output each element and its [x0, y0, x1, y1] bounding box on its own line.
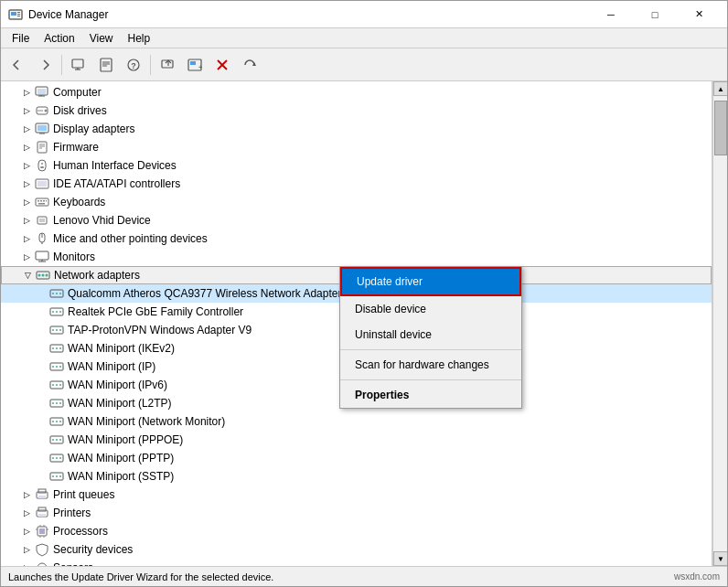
tree-item-firmware[interactable]: ▷ Firmware	[1, 138, 712, 156]
update-driver-toolbar-button[interactable]	[155, 52, 180, 78]
expand-arrow-monitors[interactable]: ▷	[19, 250, 34, 264]
wan-pppoe-icon	[48, 432, 65, 448]
svg-point-94	[59, 439, 61, 441]
ctx-uninstall-device[interactable]: Uninstall device	[340, 322, 521, 347]
show-hidden-button[interactable]	[66, 52, 91, 78]
scroll-track[interactable]	[713, 96, 727, 551]
svg-point-62	[59, 293, 61, 294]
scroll-thumb[interactable]	[714, 101, 727, 155]
scroll-up-button[interactable]: ▲	[713, 81, 727, 96]
svg-point-37	[41, 163, 43, 165]
expand-arrow-printers[interactable]: ▷	[19, 506, 34, 520]
svg-rect-3	[17, 14, 20, 15]
expand-arrow-lenovo[interactable]: ▷	[19, 213, 34, 228]
ide-icon	[34, 176, 50, 192]
wan-ikev2-label: WAN Miniport (IKEv2)	[68, 342, 175, 355]
menu-file[interactable]: File	[5, 30, 37, 47]
svg-rect-30	[37, 125, 47, 131]
expand-arrow-computer[interactable]: ▷	[19, 85, 34, 100]
help-button[interactable]: ?	[121, 52, 146, 78]
network-adapters-label: Network adapters	[54, 269, 140, 282]
svg-point-86	[59, 402, 61, 404]
svg-rect-105	[38, 496, 46, 498]
tree-item-display-adapters[interactable]: ▷ Display adapters	[1, 120, 712, 138]
tree-item-ide[interactable]: ▷ IDE ATA/ATAPI controllers	[1, 175, 712, 193]
disk-drives-icon	[34, 102, 50, 119]
security-label: Security devices	[53, 543, 133, 556]
maximize-button[interactable]: □	[634, 1, 676, 28]
wan-l2tp-icon	[48, 395, 65, 411]
scan-button[interactable]	[237, 52, 262, 78]
svg-rect-45	[46, 200, 47, 202]
svg-text:?: ?	[131, 61, 136, 70]
tree-item-wan-pptp[interactable]: ▷ WAN Miniport (PPTP)	[1, 449, 712, 467]
ctx-scan-hardware[interactable]: Scan for hardware changes	[340, 352, 521, 378]
expand-arrow-processors[interactable]: ▷	[19, 524, 34, 539]
ctx-update-driver-label: Update driver	[357, 275, 423, 288]
ctx-disable-device[interactable]: Disable device	[340, 296, 521, 322]
expand-arrow-display[interactable]: ▷	[19, 122, 34, 136]
expand-arrow-network[interactable]: ▽	[20, 268, 35, 283]
expand-arrow-firmware[interactable]: ▷	[19, 140, 34, 155]
expand-arrow-security[interactable]: ▷	[19, 542, 34, 557]
tap-icon	[48, 322, 65, 338]
menu-action[interactable]: Action	[37, 30, 81, 47]
ctx-properties-label: Properties	[355, 389, 409, 401]
tree-item-printers[interactable]: ▷ Printers	[1, 504, 712, 522]
menu-view[interactable]: View	[82, 30, 121, 47]
ctx-properties[interactable]: Properties	[340, 382, 521, 408]
scroll-down-button[interactable]: ▼	[713, 551, 727, 566]
tree-item-print-queues[interactable]: ▷ Print queues	[1, 486, 712, 504]
lenovo-icon	[34, 212, 50, 229]
ctx-update-driver[interactable]: Update driver	[340, 267, 521, 296]
network-adapters-icon	[35, 267, 51, 283]
title-bar: Device Manager ─ □ ✕	[1, 1, 727, 28]
tree-item-wan-monitor[interactable]: ▷ WAN Miniport (Network Monitor)	[1, 412, 712, 431]
tree-item-processors[interactable]: ▷ Processors	[1, 522, 712, 540]
tree-item-computer[interactable]: ▷ Computer	[1, 83, 712, 101]
wan-pppoe-label: WAN Miniport (PPPOE)	[68, 433, 183, 446]
expand-arrow-print[interactable]: ▷	[19, 487, 34, 502]
tree-item-mice[interactable]: ▷ Mice and other pointing devices	[1, 229, 712, 248]
svg-rect-43	[40, 200, 42, 202]
install-button[interactable]: +	[182, 52, 208, 78]
security-icon	[34, 541, 50, 558]
expand-arrow-ide[interactable]: ▷	[19, 176, 34, 191]
svg-rect-23	[37, 89, 46, 94]
expand-arrow-sensors[interactable]: ▷	[19, 560, 34, 566]
tree-item-keyboards[interactable]: ▷ Keyboards	[1, 193, 712, 211]
forward-button[interactable]	[32, 52, 58, 78]
tree-item-hid[interactable]: ▷ Human Interface Devices	[1, 156, 712, 175]
tree-item-wan-sstp[interactable]: ▷ WAN Miniport (SSTP)	[1, 467, 712, 486]
vertical-scrollbar[interactable]: ▲ ▼	[712, 81, 727, 566]
expand-arrow-disk[interactable]: ▷	[19, 103, 34, 118]
back-button[interactable]	[5, 52, 30, 78]
svg-point-93	[56, 439, 58, 441]
svg-rect-42	[37, 200, 39, 202]
expand-arrow-keyboards[interactable]: ▷	[19, 195, 34, 209]
ctx-scan-hardware-label: Scan for hardware changes	[355, 358, 489, 371]
svg-point-65	[56, 311, 58, 313]
tree-item-wan-pppoe[interactable]: ▷ WAN Miniport (PPPOE)	[1, 431, 712, 449]
tree-item-disk-drives[interactable]: ▷ Disk drives	[1, 101, 712, 120]
svg-rect-17	[190, 61, 196, 65]
wan-pptp-icon	[48, 450, 65, 466]
svg-point-92	[52, 439, 54, 441]
tree-item-lenovo[interactable]: ▷ Lenovo Vhid Device	[1, 211, 712, 229]
svg-rect-36	[38, 160, 46, 171]
expand-arrow-mice[interactable]: ▷	[19, 231, 34, 246]
svg-point-66	[59, 311, 61, 313]
tree-item-monitors[interactable]: ▷ Monitors	[1, 248, 712, 266]
wan-ipv6-icon	[48, 377, 65, 393]
tree-item-sensors[interactable]: ▷ Sensors	[1, 559, 712, 566]
tree-item-security[interactable]: ▷ Security devices	[1, 540, 712, 559]
minimize-button[interactable]: ─	[590, 1, 632, 28]
properties-button[interactable]	[93, 52, 119, 78]
disk-drives-label: Disk drives	[53, 104, 107, 117]
svg-rect-52	[36, 251, 48, 260]
close-button[interactable]: ✕	[678, 1, 720, 28]
expand-arrow-hid[interactable]: ▷	[19, 158, 34, 173]
svg-point-84	[52, 402, 54, 404]
menu-help[interactable]: Help	[121, 30, 158, 47]
uninstall-button[interactable]	[209, 52, 235, 78]
